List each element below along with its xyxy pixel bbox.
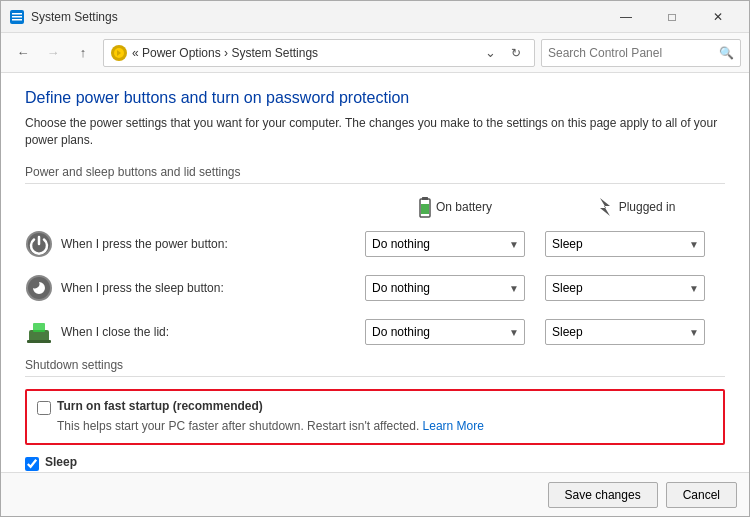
fast-startup-label: Turn on fast startup (recommended) (57, 399, 263, 413)
shutdown-title: Shutdown settings (25, 358, 725, 377)
sleep-button-text: When I press the sleep button: (61, 281, 224, 295)
nav-arrows: ← → ↑ (9, 39, 97, 67)
svg-rect-15 (27, 340, 51, 343)
main-window: System Settings — □ ✕ ← → ↑ « Power Opti… (0, 0, 750, 517)
fast-startup-checkbox[interactable] (37, 401, 51, 415)
power-button-plugged-select[interactable]: Sleep Do nothing Hibernate Shut down (545, 231, 705, 257)
main-content: Define power buttons and turn on passwor… (1, 73, 749, 472)
address-bar: « Power Options › System Settings ⌄ ↻ (103, 39, 535, 67)
dropdown-button[interactable]: ⌄ (480, 43, 500, 63)
battery-icon (418, 196, 432, 218)
address-icon (110, 44, 128, 62)
forward-button[interactable]: → (39, 39, 67, 67)
svg-rect-7 (422, 197, 428, 200)
sleep-button-battery-wrapper: Do nothing Sleep Hibernate Shut down ▼ (365, 275, 525, 301)
section-buttons-label: Power and sleep buttons and lid settings (25, 165, 725, 184)
maximize-button[interactable]: □ (649, 1, 695, 33)
plugged-in-label: Plugged in (619, 200, 676, 214)
refresh-button[interactable]: ↻ (504, 41, 528, 65)
sleep-button-plugged-wrapper: Sleep Do nothing Hibernate Shut down ▼ (545, 275, 705, 301)
svg-rect-3 (12, 19, 22, 21)
fast-startup-box: Turn on fast startup (recommended) This … (25, 389, 725, 445)
page-title: Define power buttons and turn on passwor… (25, 89, 725, 107)
settings-grid: On battery Plugged in (25, 196, 725, 350)
sleep-button-row: When I press the sleep button: Do nothin… (25, 270, 725, 306)
power-button-battery-wrapper: Do nothing Sleep Hibernate Shut down ▼ (365, 231, 525, 257)
sleep-button-plugged-select[interactable]: Sleep Do nothing Hibernate Shut down (545, 275, 705, 301)
sleep-checkbox[interactable] (25, 457, 39, 471)
plugged-in-header: Plugged in (545, 196, 725, 218)
window-icon (9, 9, 25, 25)
on-battery-header: On battery (365, 196, 545, 218)
nav-bar: ← → ↑ « Power Options › System Settings … (1, 33, 749, 73)
breadcrumb: « Power Options › System Settings (132, 46, 476, 60)
power-button-row: When I press the power button: Do nothin… (25, 226, 725, 262)
page-description: Choose the power settings that you want … (25, 115, 725, 149)
power-button-battery-select[interactable]: Do nothing Sleep Hibernate Shut down (365, 231, 525, 257)
on-battery-label: On battery (436, 200, 492, 214)
lid-text: When I close the lid: (61, 325, 169, 339)
svg-rect-2 (12, 13, 22, 15)
title-bar-text: System Settings (31, 10, 603, 24)
cancel-button[interactable]: Cancel (666, 482, 737, 508)
search-icon: 🔍 (719, 46, 734, 60)
lid-battery-wrapper: Do nothing Sleep Hibernate Shut down ▼ (365, 319, 525, 345)
plugged-in-icon (595, 196, 615, 218)
title-bar: System Settings — □ ✕ (1, 1, 749, 33)
close-button[interactable]: ✕ (695, 1, 741, 33)
lid-plugged-select[interactable]: Sleep Do nothing Hibernate Shut down (545, 319, 705, 345)
sleep-button-battery-select[interactable]: Do nothing Sleep Hibernate Shut down (365, 275, 525, 301)
up-button[interactable]: ↑ (69, 39, 97, 67)
shutdown-section: Shutdown settings Turn on fast startup (… (25, 358, 725, 472)
search-bar[interactable]: 🔍 (541, 39, 741, 67)
fast-startup-row: Turn on fast startup (recommended) (37, 399, 713, 415)
sleep-button-label: When I press the sleep button: (25, 274, 365, 302)
lid-row: When I close the lid: Do nothing Sleep H… (25, 314, 725, 350)
power-button-text: When I press the power button: (61, 237, 228, 251)
svg-rect-1 (12, 16, 22, 18)
lid-plugged-wrapper: Sleep Do nothing Hibernate Shut down ▼ (545, 319, 705, 345)
svg-rect-16 (33, 323, 45, 332)
power-button-label: When I press the power button: (25, 230, 365, 258)
sleep-setting-row: Sleep (25, 455, 725, 471)
search-input[interactable] (548, 46, 719, 60)
grid-header: On battery Plugged in (25, 196, 725, 218)
sleep-setting-label: Sleep (45, 455, 77, 469)
window-controls: — □ ✕ (603, 1, 741, 33)
back-button[interactable]: ← (9, 39, 37, 67)
lid-icon (25, 318, 53, 346)
power-button-plugged-wrapper: Sleep Do nothing Hibernate Shut down ▼ (545, 231, 705, 257)
lid-battery-select[interactable]: Do nothing Sleep Hibernate Shut down (365, 319, 525, 345)
fast-startup-desc: This helps start your PC faster after sh… (57, 419, 713, 433)
svg-rect-8 (421, 204, 429, 214)
learn-more-link[interactable]: Learn More (423, 419, 484, 433)
power-icon (25, 230, 53, 258)
sleep-icon (25, 274, 53, 302)
lid-label: When I close the lid: (25, 318, 365, 346)
minimize-button[interactable]: — (603, 1, 649, 33)
status-bar: Save changes Cancel (1, 472, 749, 516)
svg-marker-9 (600, 198, 610, 216)
save-changes-button[interactable]: Save changes (548, 482, 658, 508)
